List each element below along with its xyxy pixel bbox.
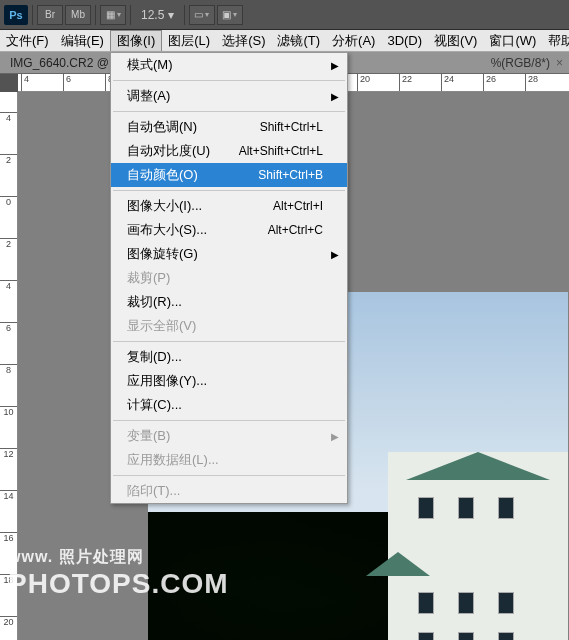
main-menubar: 文件(F) 编辑(E) 图像(I) 图层(L) 选择(S) 滤镜(T) 分析(A… [0,30,569,52]
menu-select[interactable]: 选择(S) [216,30,271,51]
tab-close-icon[interactable]: × [556,56,563,70]
app-toolbar: Ps Br Mb ▦▾ 12.5 ▾ ▭▾ ▣▾ [0,0,569,30]
watermark: www. 照片处理网 PHOTOPS.COM [8,547,229,600]
zoom-level[interactable]: 12.5 ▾ [135,8,180,22]
menu-apply-image[interactable]: 应用图像(Y)... [111,369,347,393]
menu-auto-contrast[interactable]: 自动对比度(U)Alt+Shift+Ctrl+L [111,139,347,163]
menu-analysis[interactable]: 分析(A) [326,30,381,51]
menu-crop: 裁剪(P) [111,266,347,290]
minibridge-button[interactable]: Mb [65,5,91,25]
document-tab-info: %(RGB/8*) × [491,56,569,70]
ps-logo-icon: Ps [4,5,28,25]
menu-calculations[interactable]: 计算(C)... [111,393,347,417]
submenu-arrow-icon: ▶ [331,91,339,102]
menu-window[interactable]: 窗口(W) [483,30,542,51]
arrange-button[interactable]: ▭▾ [189,5,215,25]
menu-auto-color[interactable]: 自动颜色(O)Shift+Ctrl+B [111,163,347,187]
menu-duplicate[interactable]: 复制(D)... [111,345,347,369]
menu-image-size[interactable]: 图像大小(I)...Alt+Ctrl+I [111,194,347,218]
document-tab[interactable]: IMG_6640.CR2 @ [0,52,119,73]
menu-mode[interactable]: 模式(M)▶ [111,53,347,77]
extras-button[interactable]: ▣▾ [217,5,243,25]
screen-mode-button[interactable]: ▦▾ [100,5,126,25]
menu-3d[interactable]: 3D(D) [381,30,428,51]
menu-layer[interactable]: 图层(L) [162,30,216,51]
menu-view[interactable]: 视图(V) [428,30,483,51]
bridge-button[interactable]: Br [37,5,63,25]
menu-image-rotation[interactable]: 图像旋转(G)▶ [111,242,347,266]
menu-edit[interactable]: 编辑(E) [55,30,110,51]
menu-image[interactable]: 图像(I) [110,30,162,51]
menu-apply-dataset: 应用数据组(L)... [111,448,347,472]
menu-trap: 陷印(T)... [111,479,347,503]
menu-canvas-size[interactable]: 画布大小(S)...Alt+Ctrl+C [111,218,347,242]
menu-help[interactable]: 帮助 [542,30,569,51]
menu-filter[interactable]: 滤镜(T) [271,30,326,51]
menu-trim[interactable]: 裁切(R)... [111,290,347,314]
submenu-arrow-icon: ▶ [331,249,339,260]
menu-variables: 变量(B)▶ [111,424,347,448]
image-menu-dropdown: 模式(M)▶ 调整(A)▶ 自动色调(N)Shift+Ctrl+L 自动对比度(… [110,52,348,504]
submenu-arrow-icon: ▶ [331,431,339,442]
submenu-arrow-icon: ▶ [331,60,339,71]
menu-file[interactable]: 文件(F) [0,30,55,51]
menu-auto-tone[interactable]: 自动色调(N)Shift+Ctrl+L [111,115,347,139]
menu-adjustments[interactable]: 调整(A)▶ [111,84,347,108]
menu-reveal-all: 显示全部(V) [111,314,347,338]
